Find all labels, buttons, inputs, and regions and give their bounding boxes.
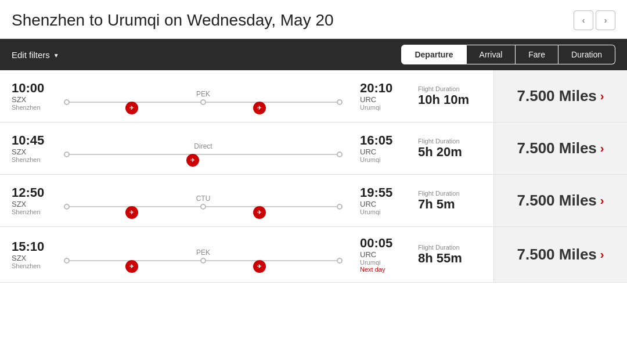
airline-badge: ✈	[186, 154, 199, 167]
sort-fare-button[interactable]: Fare	[516, 45, 558, 64]
flight-info: 15:10 SZX Shenzhen PEK ✈ ✈	[0, 227, 493, 282]
table-row[interactable]: 12:50 SZX Shenzhen CTU ✈ ✈	[0, 175, 627, 227]
price-text: 7.500 Miles ›	[517, 87, 604, 105]
flight-duration-value: 7h 5m	[418, 197, 455, 212]
price-value: 7.500 Miles	[517, 87, 597, 105]
route-line: ✈ ✈	[64, 260, 343, 261]
duration-block: Flight Duration 10h 10m	[406, 85, 482, 107]
edit-filters-button[interactable]: Edit filters ▼	[12, 50, 59, 60]
airline-icon-right: ✈	[253, 206, 266, 219]
depart-block: 15:10 SZX Shenzhen	[12, 240, 58, 269]
price-block[interactable]: 7.500 Miles ›	[493, 227, 627, 282]
airline-badge: ✈	[125, 206, 138, 219]
flight-duration-value: 8h 55m	[418, 251, 462, 266]
table-row[interactable]: 10:00 SZX Shenzhen PEK ✈ ✈	[0, 70, 627, 122]
table-row[interactable]: 15:10 SZX Shenzhen PEK ✈ ✈	[0, 227, 627, 283]
route-dot-left	[64, 152, 70, 157]
depart-time: 10:00	[12, 81, 58, 95]
stop-label: PEK	[196, 248, 210, 257]
flight-duration-label: Flight Duration	[418, 138, 460, 145]
flight-duration-value: 10h 10m	[418, 92, 469, 107]
airline-icon-single: ✈	[186, 154, 199, 167]
route-dot-right	[337, 152, 343, 157]
route-dot-mid	[200, 99, 206, 105]
airline-badge: ✈	[125, 102, 138, 114]
route-dot-mid	[200, 204, 206, 210]
depart-block: 10:00 SZX Shenzhen	[12, 81, 58, 111]
arrive-code: URC	[360, 200, 406, 208]
price-block[interactable]: 7.500 Miles ›	[493, 122, 627, 174]
depart-city: Shenzhen	[12, 156, 58, 163]
route-dot-right	[337, 99, 343, 105]
price-value: 7.500 Miles	[517, 139, 597, 157]
route-dot-right	[337, 258, 343, 264]
arrive-time: 19:55	[360, 186, 406, 200]
airline-icon-left: ✈	[125, 260, 138, 273]
route-dot-mid	[200, 258, 206, 264]
depart-block: 10:45 SZX Shenzhen	[12, 134, 58, 163]
arrive-block: 16:05 URC Urumqi	[360, 134, 406, 163]
depart-block: 12:50 SZX Shenzhen	[12, 186, 58, 215]
next-date-button[interactable]: ›	[596, 10, 615, 30]
price-text: 7.500 Miles ›	[517, 192, 604, 210]
page-header: Shenzhen to Urumqi on Wednesday, May 20 …	[0, 0, 627, 39]
sort-departure-button[interactable]: Departure	[401, 45, 466, 64]
airline-badge-2: ✈	[253, 260, 266, 273]
price-text: 7.500 Miles ›	[517, 246, 604, 264]
route-line: ✈ ✈	[64, 206, 343, 207]
flight-info: 10:00 SZX Shenzhen PEK ✈ ✈	[0, 70, 493, 122]
route-line: ✈ ✈	[64, 102, 343, 103]
flight-info: 12:50 SZX Shenzhen CTU ✈ ✈	[0, 175, 493, 226]
route-line-container: Direct ✈	[58, 142, 348, 155]
airline-badge-2: ✈	[253, 206, 266, 219]
route-line-container: PEK ✈ ✈	[58, 248, 348, 261]
route-line: ✈	[64, 154, 343, 155]
depart-city: Shenzhen	[12, 262, 58, 269]
caret-icon: ▼	[53, 52, 59, 59]
sort-arrival-button[interactable]: Arrival	[467, 45, 516, 64]
arrive-time: 00:05	[360, 236, 406, 250]
airline-icon-right: ✈	[253, 260, 266, 273]
prev-date-button[interactable]: ‹	[574, 10, 593, 30]
filter-bar: Edit filters ▼ Departure Arrival Fare Du…	[0, 39, 627, 70]
depart-code: SZX	[12, 254, 58, 262]
airline-icon-left: ✈	[125, 206, 138, 219]
price-value: 7.500 Miles	[517, 246, 597, 264]
arrive-block: 00:05 URC Urumqi Next day	[360, 236, 406, 273]
route-dot-right	[337, 204, 343, 210]
airline-icon-left: ✈	[125, 102, 138, 114]
page-title: Shenzhen to Urumqi on Wednesday, May 20	[12, 11, 565, 30]
route-line-container: PEK ✈ ✈	[58, 90, 348, 103]
route-dot-left	[64, 99, 70, 105]
sort-duration-button[interactable]: Duration	[558, 45, 615, 64]
next-day-label: Next day	[360, 266, 406, 273]
depart-code: SZX	[12, 200, 58, 208]
price-block[interactable]: 7.500 Miles ›	[493, 70, 627, 122]
stop-label: PEK	[196, 90, 210, 98]
depart-time: 12:50	[12, 186, 58, 200]
duration-block: Flight Duration 8h 55m	[406, 244, 482, 266]
arrive-code: URC	[360, 250, 406, 259]
edit-filters-label: Edit filters	[12, 50, 50, 60]
depart-code: SZX	[12, 95, 58, 104]
arrive-block: 19:55 URC Urumqi	[360, 186, 406, 215]
price-arrow-icon: ›	[600, 248, 604, 261]
arrive-time: 16:05	[360, 134, 406, 147]
arrive-time: 20:10	[360, 81, 406, 95]
arrive-city: Urumqi	[360, 104, 406, 111]
duration-block: Flight Duration 7h 5m	[406, 190, 482, 212]
arrive-city: Urumqi	[360, 156, 406, 163]
price-block[interactable]: 7.500 Miles ›	[493, 175, 627, 226]
price-arrow-icon: ›	[600, 194, 604, 207]
depart-city: Shenzhen	[12, 208, 58, 215]
flight-duration-label: Flight Duration	[418, 85, 460, 92]
table-row[interactable]: 10:45 SZX Shenzhen Direct ✈ 16:05 URC Ur…	[0, 122, 627, 175]
depart-time: 10:45	[12, 134, 58, 147]
route-line-container: CTU ✈ ✈	[58, 194, 348, 207]
arrive-block: 20:10 URC Urumqi	[360, 81, 406, 111]
flights-list: 10:00 SZX Shenzhen PEK ✈ ✈	[0, 70, 627, 283]
price-arrow-icon: ›	[600, 142, 604, 155]
depart-time: 15:10	[12, 240, 58, 254]
route-dot-left	[64, 204, 70, 210]
flight-duration-value: 5h 20m	[418, 145, 462, 160]
